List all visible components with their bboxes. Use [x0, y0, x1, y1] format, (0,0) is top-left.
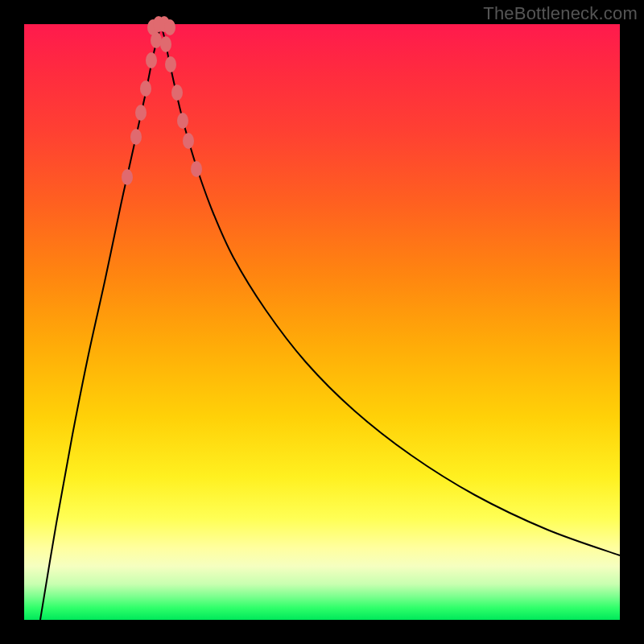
- data-marker: [130, 129, 142, 145]
- data-marker: [160, 36, 171, 52]
- data-marker: [140, 80, 151, 97]
- data-marker: [146, 52, 157, 68]
- data-marker: [183, 133, 194, 149]
- marker-group: [122, 16, 202, 185]
- chart-frame: TheBottleneck.com: [0, 0, 644, 644]
- data-marker: [165, 56, 176, 72]
- data-marker: [171, 85, 183, 101]
- plot-area: [24, 24, 620, 620]
- right-curve: [161, 24, 620, 555]
- data-marker: [122, 169, 133, 185]
- data-marker: [191, 161, 202, 177]
- curves-svg: [24, 24, 620, 620]
- data-marker: [177, 113, 188, 129]
- data-marker: [135, 105, 147, 121]
- watermark-text: TheBottleneck.com: [483, 3, 638, 24]
- data-marker: [164, 19, 175, 35]
